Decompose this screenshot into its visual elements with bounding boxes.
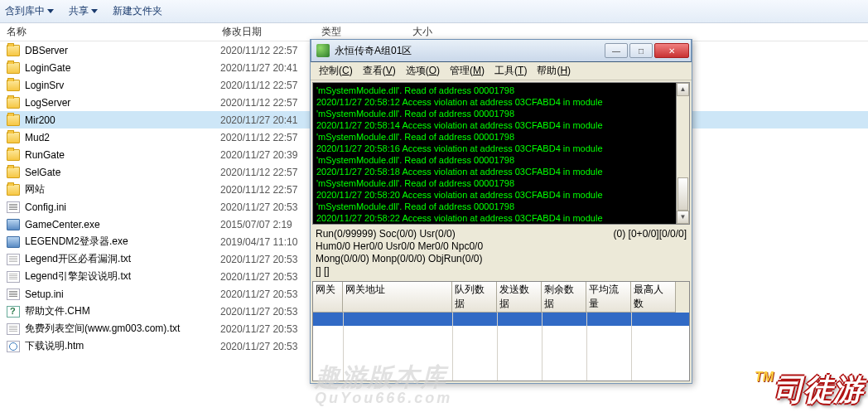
- col-date[interactable]: 修改日期: [215, 23, 315, 41]
- htm-icon: [7, 341, 20, 352]
- game-engine-window: 永恒传奇A组01区 — □ ✕ 控制(C)查看(V)选项(O)管理(M)工具(T…: [310, 39, 692, 384]
- close-button[interactable]: ✕: [654, 43, 689, 58]
- file-date: 2020/11/12 22:57: [220, 132, 297, 143]
- console-line: 'mSystemModule.dll'. Read of address 000…: [316, 154, 686, 166]
- menu-t[interactable]: 工具(T): [489, 62, 532, 80]
- status-mong: Mong(0/0/0) Monp(0/0/0) ObjRun(0/0): [316, 253, 687, 265]
- file-date: 2020/11/12 22:57: [220, 184, 297, 196]
- file-date: 2020/11/27 20:39: [220, 149, 297, 161]
- console-log[interactable]: 'mSystemModule.dll'. Read of address 000…: [312, 82, 690, 225]
- console-line: 2020/11/27 20:58:20 Access violation at …: [316, 189, 686, 201]
- ini-icon: [7, 201, 20, 213]
- file-date: 2020/11/27 20:53: [220, 306, 297, 318]
- console-line: 'mSystemModule.dll'. Read of address 000…: [316, 201, 686, 212]
- file-name: Config.ini: [25, 201, 215, 213]
- menu-m[interactable]: 管理(M): [445, 62, 489, 80]
- console-line: 'mSystemModule.dll'. Read of address 000…: [316, 224, 686, 225]
- titlebar[interactable]: 永恒传奇A组01区 — □ ✕: [311, 39, 692, 62]
- scroll-up-icon[interactable]: ▲: [677, 83, 689, 96]
- txt-icon: [7, 271, 20, 283]
- file-name: Legend引擎架设说明.txt: [25, 269, 215, 284]
- file-date: 2015/07/07 2:19: [220, 219, 292, 230]
- file-name: Mir200: [25, 114, 215, 126]
- console-line: 'mSystemModule.dll'. Read of address 000…: [316, 85, 686, 96]
- file-name: GameCenter.exe: [25, 219, 215, 230]
- window-title: 永恒传奇A组01区: [335, 44, 600, 58]
- file-date: 2020/11/27 20:53: [220, 271, 297, 283]
- txt-icon: [7, 254, 20, 265]
- console-line: 2020/11/27 20:58:14 Access violation at …: [316, 119, 686, 131]
- file-name: 帮助文件.CHM: [25, 304, 215, 318]
- col-name[interactable]: 名称: [0, 23, 215, 41]
- grid-col[interactable]: 网关地址: [343, 282, 452, 313]
- grid-col[interactable]: 网关: [313, 282, 343, 313]
- menu-c[interactable]: 控制(C): [314, 62, 358, 80]
- grid-col[interactable]: 发送数据: [497, 282, 542, 313]
- file-name: Setup.ini: [25, 289, 215, 300]
- file-date: 2020/11/12 22:57: [220, 167, 297, 178]
- folder-icon: [7, 132, 20, 143]
- minimize-button[interactable]: —: [605, 43, 628, 58]
- menu-v[interactable]: 查看(V): [358, 62, 401, 80]
- folder-icon: [7, 167, 20, 178]
- menubar: 控制(C)查看(V)选项(O)管理(M)工具(T)帮助(H): [311, 62, 692, 80]
- col-size[interactable]: 大小: [406, 23, 472, 41]
- app-icon: [316, 44, 330, 57]
- grid-col[interactable]: 剩余数据: [542, 282, 586, 313]
- gateway-grid[interactable]: 网关网关地址队列数据发送数据剩余数据平均流量最高人数: [312, 281, 690, 381]
- file-name: RunGate: [25, 149, 215, 161]
- status-hum: Hum0/0 Her0/0 Usr0/0 Mer0/0 Npc0/0: [316, 240, 687, 253]
- grid-col[interactable]: 最高人数: [631, 282, 676, 313]
- file-date: 2020/11/27 20:41: [220, 114, 297, 126]
- console-line: 2020/11/27 20:58:16 Access violation at …: [316, 143, 686, 154]
- file-date: 2020/11/27 20:53: [220, 254, 297, 265]
- grid-col[interactable]: 队列数据: [452, 282, 497, 313]
- file-name: Mud2: [25, 132, 215, 143]
- folder-icon: [7, 45, 20, 56]
- console-line: 'mSystemModule.dll'. Read of address 000…: [316, 131, 686, 143]
- explorer-toolbar: 含到库中 共享 新建文件夹: [0, 0, 868, 23]
- grid-col[interactable]: 平均流量: [586, 282, 631, 313]
- maximize-button[interactable]: □: [629, 43, 653, 58]
- chevron-down-icon: [91, 9, 98, 13]
- chm-icon: [7, 306, 20, 318]
- file-name: 网站: [25, 182, 215, 196]
- console-line: 2020/11/27 20:58:12 Access violation at …: [316, 96, 686, 108]
- file-name: LoginGate: [25, 62, 215, 74]
- ini-icon: [7, 289, 20, 300]
- exe-icon: [7, 236, 20, 248]
- scroll-down-icon[interactable]: ▼: [677, 211, 689, 224]
- folder-icon: [7, 114, 20, 126]
- console-line: 2020/11/27 20:58:22 Access violation at …: [316, 212, 686, 224]
- menu-h[interactable]: 帮助(H): [532, 62, 576, 80]
- watermark-situyou: TM司徒游: [755, 370, 863, 410]
- console-line: 2020/11/27 20:58:18 Access violation at …: [316, 166, 686, 177]
- file-date: 2020/11/27 20:53: [220, 201, 297, 213]
- file-date: 2020/11/12 22:57: [220, 80, 297, 91]
- col-type[interactable]: 类型: [315, 23, 406, 41]
- file-name: 免费列表空间(www.gm003.com).txt: [25, 322, 215, 336]
- status-counts: (0) [0+0/0][0/0/0]: [614, 228, 687, 240]
- file-name: LEGENDM2登录器.exe: [25, 235, 215, 249]
- folder-icon: [7, 184, 20, 196]
- file-name: SelGate: [25, 167, 215, 178]
- scroll-thumb[interactable]: [678, 177, 688, 211]
- folder-icon: [7, 97, 20, 109]
- toolbar-include[interactable]: 含到库中: [5, 4, 54, 18]
- toolbar-share[interactable]: 共享: [69, 4, 98, 18]
- toolbar-newfolder[interactable]: 新建文件夹: [113, 4, 162, 18]
- scrollbar[interactable]: ▲ ▼: [676, 83, 689, 224]
- file-date: 2020/11/27 20:53: [220, 341, 297, 352]
- file-date: 2019/04/17 11:10: [220, 236, 297, 248]
- file-date: 2020/11/12 22:57: [220, 97, 297, 109]
- exe-icon: [7, 219, 20, 230]
- grid-selected-row[interactable]: [313, 313, 689, 326]
- menu-o[interactable]: 选项(O): [401, 62, 445, 80]
- file-name: LoginSrv: [25, 80, 215, 91]
- file-date: 2020/11/12 22:57: [220, 45, 297, 56]
- file-date: 2020/11/27 20:41: [220, 62, 297, 74]
- status-run: Run(0/99999) Soc(0/0) Usr(0/0): [316, 228, 456, 240]
- txt-icon: [7, 323, 20, 335]
- file-date: 2020/11/27 20:53: [220, 323, 297, 335]
- folder-icon: [7, 149, 20, 161]
